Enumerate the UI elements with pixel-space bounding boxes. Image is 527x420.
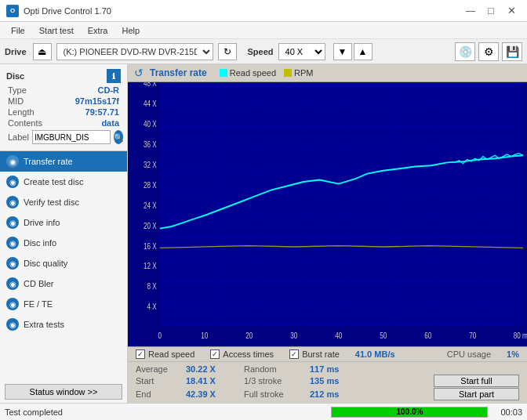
nav-create-test-disc[interactable]: ◉ Create test disc xyxy=(0,172,127,192)
type-label: Type xyxy=(8,85,27,95)
speed-label: Speed xyxy=(248,47,274,56)
svg-text:30: 30 xyxy=(290,331,297,340)
toolbar-right: 💿 ⚙ 💾 xyxy=(455,42,522,61)
nav-fe-te-label: FE / TE xyxy=(24,299,53,309)
nav-verify-test-disc-label: Verify test disc xyxy=(24,197,79,207)
nav-disc-quality[interactable]: ◉ Disc quality xyxy=(0,253,127,273)
close-button[interactable]: ✕ xyxy=(502,4,521,18)
chart-container: 48 X 44 X 40 X 36 X 32 X 28 X 24 X 20 X … xyxy=(128,82,527,346)
svg-text:40 X: 40 X xyxy=(144,120,157,129)
menu-extra[interactable]: Extra xyxy=(82,24,114,37)
transfer-rate-icon: ◉ xyxy=(6,155,19,168)
contents-label: Contents xyxy=(8,118,42,128)
extra-tests-icon: ◉ xyxy=(6,318,19,331)
menu-help[interactable]: Help xyxy=(115,24,146,37)
disc-icon[interactable]: 💿 xyxy=(455,42,475,61)
legend-rpm: RPM xyxy=(284,68,313,78)
nav-fe-te[interactable]: ◉ FE / TE xyxy=(0,294,127,314)
access-times-checkbox[interactable]: ✓ xyxy=(210,349,220,359)
speed-icons: ▼ ▲ xyxy=(333,43,373,60)
svg-text:44 X: 44 X xyxy=(144,100,157,108)
type-value: CD-R xyxy=(98,85,120,95)
svg-text:48 X: 48 X xyxy=(144,82,157,88)
disc-quality-icon: ◉ xyxy=(6,257,19,270)
nav-verify-test-disc[interactable]: ◉ Verify test disc xyxy=(0,192,127,212)
svg-text:20: 20 xyxy=(245,331,253,340)
disc-contents-row: Contents data xyxy=(0,118,127,129)
drive-info-icon: ◉ xyxy=(6,216,19,229)
svg-text:32 X: 32 X xyxy=(144,161,157,169)
stroke1-value: 135 ms xyxy=(310,376,365,386)
svg-text:16 X: 16 X xyxy=(144,242,157,251)
speed-up-icon[interactable]: ▲ xyxy=(354,43,373,60)
cpu-usage-label: CPU usage xyxy=(447,349,491,359)
legend-read-speed-dot xyxy=(220,69,227,77)
menu-file[interactable]: File xyxy=(5,24,31,37)
burst-rate-checkbox[interactable]: ✓ xyxy=(289,349,299,359)
disc-label-input[interactable] xyxy=(32,130,111,144)
nav-items: ◉ Transfer rate ◉ Create test disc ◉ Ver… xyxy=(0,151,127,335)
legend-rpm-dot xyxy=(284,69,292,77)
read-speed-check-label: Read speed xyxy=(148,349,194,359)
avg-label: Average xyxy=(136,364,183,374)
fe-te-icon: ◉ xyxy=(6,298,19,310)
drive-refresh-icon[interactable]: ↻ xyxy=(218,43,237,60)
speed-down-icon[interactable]: ▼ xyxy=(333,43,352,60)
burst-rate-check-group: ✓ Burst rate xyxy=(289,349,340,359)
svg-text:4 X: 4 X xyxy=(147,302,157,311)
disc-length-row: Length 79:57.71 xyxy=(0,107,127,118)
menu-start-test[interactable]: Start test xyxy=(33,24,80,37)
titlebar: O Opti Drive Control 1.70 — □ ✕ xyxy=(0,0,527,22)
disc-mid-row: MID 97m15s17f xyxy=(0,96,127,107)
titlebar-controls: — □ ✕ xyxy=(461,4,521,18)
nav-drive-info[interactable]: ◉ Drive info xyxy=(0,212,127,233)
drive-eject-icon[interactable]: ⏏ xyxy=(33,43,52,60)
chart-legend: Read speed RPM xyxy=(220,68,314,78)
drive-select[interactable]: (K:) PIONEER DVD-RW DVR-215D 1.22 xyxy=(56,43,213,60)
disc-info-icon[interactable]: ℹ xyxy=(107,69,121,83)
mid-value: 97m15s17f xyxy=(75,96,119,106)
nav-disc-info-label: Disc info xyxy=(24,238,56,248)
disc-header: Disc ℹ xyxy=(0,67,127,85)
burst-rate-value: 41.0 MB/s xyxy=(355,349,395,359)
length-label: Length xyxy=(8,107,35,117)
disc-type-row: Type CD-R xyxy=(0,85,127,96)
nav-drive-info-label: Drive info xyxy=(24,218,60,227)
disc-label-row: Label 🔍 xyxy=(0,129,127,147)
stats-grid: Average 30.22 X Random 117 ms Start 18.4… xyxy=(128,361,527,403)
svg-text:70: 70 xyxy=(469,331,476,340)
main: Disc ℹ Type CD-R MID 97m15s17f Length 79… xyxy=(0,64,527,403)
speed-select[interactable]: 40 X xyxy=(278,43,325,60)
maximize-button[interactable]: □ xyxy=(482,4,500,18)
read-speed-check-group: ✓ Read speed xyxy=(136,349,194,359)
minimize-button[interactable]: — xyxy=(461,4,480,18)
svg-text:36 X: 36 X xyxy=(144,140,157,149)
start-part-button[interactable]: Start part xyxy=(434,388,519,400)
nav-disc-info[interactable]: ◉ Disc info xyxy=(0,233,127,253)
disc-header-label: Disc xyxy=(6,71,24,81)
sidebar: Disc ℹ Type CD-R MID 97m15s17f Length 79… xyxy=(0,64,128,403)
nav-disc-quality-label: Disc quality xyxy=(24,259,67,268)
nav-cd-bler[interactable]: ◉ CD Bler xyxy=(0,273,127,294)
nav-transfer-rate[interactable]: ◉ Transfer rate xyxy=(0,151,127,172)
drive-eject-btn[interactable]: ⏏ xyxy=(33,43,52,60)
cpu-usage-value: 1% xyxy=(507,349,519,359)
read-speed-checkbox[interactable]: ✓ xyxy=(136,349,145,359)
access-times-check-group: ✓ Access times xyxy=(210,349,274,359)
avg-value: 30.22 X xyxy=(186,364,241,374)
chart-header: ↺ Transfer rate Read speed RPM xyxy=(128,64,527,82)
legend-read-speed: Read speed xyxy=(220,68,276,78)
nav-extra-tests[interactable]: ◉ Extra tests xyxy=(0,314,127,335)
svg-text:28 X: 28 X xyxy=(144,181,157,190)
disc-section: Disc ℹ Type CD-R MID 97m15s17f Length 79… xyxy=(0,64,127,151)
settings-icon[interactable]: ⚙ xyxy=(478,42,499,61)
save-icon[interactable]: 💾 xyxy=(502,42,522,61)
stroke2-label: Full stroke xyxy=(244,389,307,399)
progress-bar: 100.0% xyxy=(331,407,488,418)
app-title: Opti Drive Control 1.70 xyxy=(24,6,111,16)
status-window-button[interactable]: Status window >> xyxy=(5,384,122,400)
disc-label-label: Label xyxy=(8,132,29,142)
random-value: 117 ms xyxy=(310,364,365,374)
label-icon[interactable]: 🔍 xyxy=(114,130,123,144)
start-full-button[interactable]: Start full xyxy=(434,375,519,387)
